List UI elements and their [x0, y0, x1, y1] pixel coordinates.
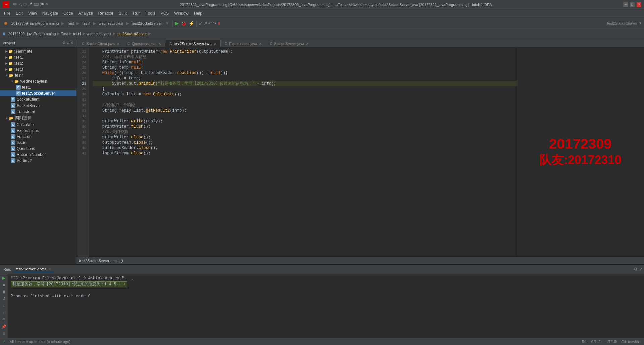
tree-item-socketclient[interactable]: C SocketClient: [0, 96, 76, 102]
minimize-button[interactable]: ─: [623, 2, 628, 7]
project-tree: ▶ 📁 teammate ▶ 📁 test1 ▶ 📁 test2 ▶ 📁 tes…: [0, 48, 76, 264]
close-button[interactable]: ✕: [637, 2, 641, 7]
tab-close-socketserver[interactable]: ✕: [306, 42, 309, 46]
tab-icon-socketserver: C: [270, 42, 272, 46]
tab-socketserver[interactable]: C SocketServer.java ✕: [266, 40, 313, 47]
editor-tabs: C SocketClient.java ✕ C Questions.java ✕…: [76, 38, 644, 48]
tab-questions[interactable]: C Questions.java ✕: [123, 40, 165, 47]
panel-icon-2[interactable]: ≡: [67, 41, 69, 45]
menu-tools[interactable]: Tools: [143, 10, 158, 16]
chevron-right-icon: ▶: [5, 56, 8, 59]
scroll-end-icon[interactable]: ↓: [1, 303, 7, 309]
tree-item-test3-root[interactable]: ▶ 📁 test3: [0, 66, 76, 72]
tab-icon-expressions: C: [225, 42, 227, 46]
code-content[interactable]: PrintWriter printWriter=new PrintWriter(…: [89, 48, 517, 257]
chevron-right-icon: ▶: [5, 50, 8, 53]
tree-item-sizetsuansan[interactable]: ▼ 📂 四则运算: [0, 115, 76, 122]
watermark: 20172309 队友:20172310: [539, 136, 621, 168]
clear-icon[interactable]: 🗑: [1, 317, 7, 323]
tab-label-questions: Questions.java: [132, 42, 156, 46]
maximize-button[interactable]: □: [630, 2, 635, 7]
stop-icon[interactable]: ■: [1, 282, 7, 288]
toolbar-dropdown-icon[interactable]: ▼: [164, 21, 171, 26]
tab-test2socketserver[interactable]: C test2SocketServer.java ✕: [165, 40, 221, 47]
run-tab-close[interactable]: ✕: [48, 267, 51, 271]
menu-code[interactable]: Code: [61, 10, 76, 16]
toolbar-extra-1[interactable]: ↙: [199, 21, 203, 26]
run-button[interactable]: ▶: [175, 20, 179, 26]
tab-close-socketclient[interactable]: ✕: [117, 42, 119, 46]
project-panel-header: Project ⚙ ≡ ✕: [0, 38, 76, 48]
tab-close-expressions[interactable]: ✕: [259, 42, 262, 46]
tree-item-fraction[interactable]: C Fraction: [0, 134, 76, 140]
menu-analyze[interactable]: Analyze: [76, 10, 96, 16]
menu-build[interactable]: Build: [116, 10, 130, 16]
run-tab-test2socketserver[interactable]: test2SocketServer ✕: [13, 266, 54, 272]
class-icon: C: [11, 122, 15, 127]
run-output-line-3: [11, 287, 641, 293]
menu-vcs[interactable]: VCS: [158, 10, 172, 16]
menu-refactor[interactable]: Refactor: [96, 10, 116, 16]
menu-help[interactable]: Help: [191, 10, 205, 16]
tree-item-wednesdaytest[interactable]: ▼ 📂 wednesdaytest: [0, 78, 76, 84]
run-panel-settings-icon[interactable]: ⚙: [634, 267, 638, 272]
tree-item-questions[interactable]: C Questions: [0, 146, 76, 152]
tree-item-test2-root[interactable]: ▶ 📁 test2: [0, 60, 76, 66]
pause-icon[interactable]: ⏸: [1, 289, 7, 295]
tree-item-test1-root[interactable]: ▶ 📁 test1: [0, 54, 76, 60]
tab-socketclient[interactable]: C SocketClient.java ✕: [78, 40, 123, 47]
tree-item-test4-root[interactable]: ▼ 📂 test4: [0, 72, 76, 78]
run-panel-expand-icon[interactable]: ⤢: [639, 267, 643, 272]
tree-item-transform[interactable]: C Transform: [0, 109, 76, 115]
toolbar-extra-3[interactable]: ↶: [208, 21, 212, 26]
toolbar-download-icon[interactable]: ⬇: [217, 21, 221, 26]
rerun-icon[interactable]: ↺: [1, 296, 7, 302]
tree-label-test4-root: test4: [15, 73, 24, 78]
menu-window[interactable]: Window: [171, 10, 191, 16]
panel-icon-3[interactable]: ✕: [70, 41, 73, 45]
tree-item-rationalnumber[interactable]: C RationalNumber: [0, 152, 76, 158]
menu-file[interactable]: File: [1, 10, 13, 16]
debug-button[interactable]: 🐞: [181, 21, 186, 26]
pin-icon[interactable]: 📌: [1, 324, 7, 330]
line-num-27: 27: [76, 76, 88, 81]
tree-item-test2socketserver[interactable]: C test2SocketServer: [0, 90, 76, 96]
tree-item-teammate[interactable]: ▶ 📁 teammate: [0, 48, 76, 54]
soft-wrap-icon[interactable]: ↩: [1, 310, 7, 316]
menu-navigate[interactable]: Navigate: [40, 10, 61, 16]
tree-item-socketserver[interactable]: C SocketServer: [0, 102, 76, 109]
tree-item-issue[interactable]: C Issue: [0, 140, 76, 146]
tree-item-test1-class[interactable]: C test1: [0, 84, 76, 90]
tree-label-test2socketserver: test2SocketServer: [22, 91, 55, 96]
menu-view[interactable]: View: [25, 10, 40, 16]
tree-item-expressions[interactable]: C Expressions: [0, 128, 76, 134]
class-icon: C: [11, 128, 15, 133]
tab-close-test2[interactable]: ✕: [214, 42, 216, 46]
panel-icon-1[interactable]: ⚙: [62, 41, 66, 45]
run-config-dropdown[interactable]: ▼: [639, 21, 642, 25]
toolbar-sep4: ▶: [125, 21, 130, 26]
code-editor[interactable]: 22 23 24 25 26 27 28 29 30 31 32 33 34 3…: [76, 48, 517, 257]
menu-run[interactable]: Run: [130, 10, 143, 16]
toolbar-sep2: ▶: [76, 21, 80, 26]
run-icon[interactable]: ▶: [1, 275, 7, 281]
tree-item-calculate[interactable]: C Calculate: [0, 122, 76, 128]
toolbar-extra-4[interactable]: ↷: [213, 21, 217, 26]
main-container: Project ⚙ ≡ ✕ ▶ 📁 teammate ▶ 📁 test1: [0, 38, 644, 264]
coverage-button[interactable]: ⚡: [189, 21, 194, 26]
status-position: 5:1: [582, 340, 587, 344]
breadcrumb-test[interactable]: Test: [61, 32, 68, 36]
tab-close-questions[interactable]: ✕: [158, 42, 161, 46]
breadcrumb-project[interactable]: 20172309_javaProgramming: [8, 32, 56, 36]
close-panel-icon[interactable]: ✕: [1, 331, 7, 336]
tab-expressions[interactable]: C Expressions.java ✕: [221, 40, 266, 47]
breadcrumb-current-file[interactable]: test2SocketServer: [117, 32, 147, 36]
breadcrumb-wednesday[interactable]: wednesdaytest: [87, 32, 111, 36]
toolbar-file-label: test2SocketServer: [130, 21, 163, 25]
code-line-22: PrintWriter printWriter=new PrintWriter(…: [93, 49, 517, 54]
tree-item-sorting2[interactable]: C Sorting2: [0, 158, 76, 164]
toolbar-extra-2[interactable]: ↗: [203, 21, 207, 26]
toolbar-sep1: ▶: [61, 21, 65, 26]
breadcrumb-test4[interactable]: test4: [73, 32, 81, 36]
menu-edit[interactable]: Edit: [13, 10, 25, 16]
